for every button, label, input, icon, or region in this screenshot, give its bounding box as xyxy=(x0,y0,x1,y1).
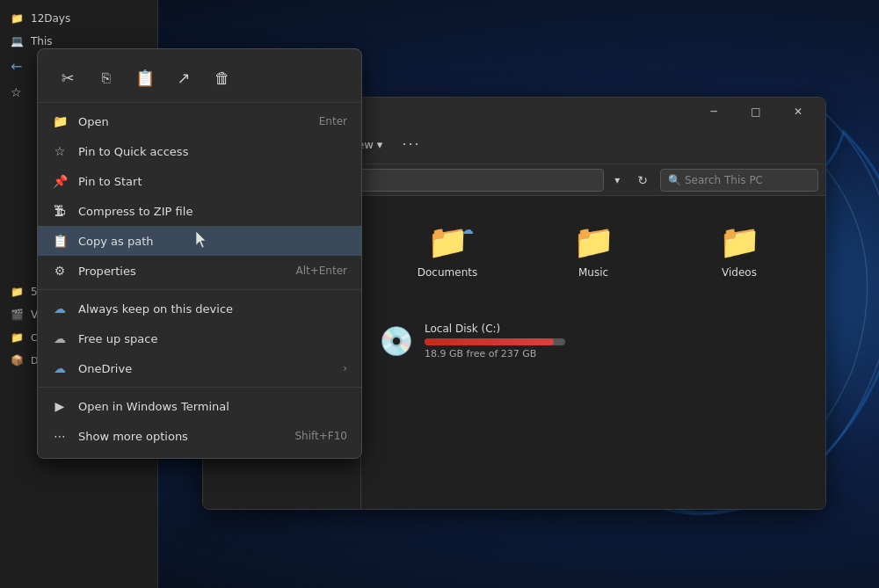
onedrive-arrow-icon: › xyxy=(343,362,347,374)
always-keep-icon: ☁ xyxy=(52,301,68,316)
videos-label: Videos xyxy=(722,266,757,279)
pin-start-label: Pin to Start xyxy=(78,175,142,188)
properties-label: Properties xyxy=(78,265,136,278)
open-shortcut: Enter xyxy=(319,115,347,127)
share-button[interactable]: ↗ xyxy=(168,62,200,93)
video-icon: 🎬 xyxy=(11,309,24,321)
show-more-shortcut: Shift+F10 xyxy=(294,430,347,442)
context-properties[interactable]: ⚙ Properties Alt+Enter xyxy=(38,256,361,286)
copy-icon: ⎘ xyxy=(102,69,111,86)
free-space-icon: ☁ xyxy=(52,330,68,346)
copy-path-icon: 📋 xyxy=(52,233,68,249)
file-item-music[interactable]: 📁 Music xyxy=(525,214,662,287)
disk-info: Local Disk (C:) 18.9 GB free of 237 GB xyxy=(425,323,565,359)
dropbox-icon: 📦 xyxy=(11,354,24,367)
onedrive-label: OneDrive xyxy=(78,362,132,375)
videos-folder-icon: 📁 xyxy=(719,222,760,261)
copy-path-label: Copy as path xyxy=(78,235,154,248)
properties-shortcut: Alt+Enter xyxy=(295,265,347,277)
pin-start-icon: 📌 xyxy=(52,173,68,189)
disk-icon: 💿 xyxy=(379,324,414,358)
cloud-overlay-icon: ☁ xyxy=(461,222,474,236)
more-label: ··· xyxy=(402,136,420,153)
sidebar-label-12days: 12Days xyxy=(31,12,70,25)
minimize-button[interactable]: ─ xyxy=(694,98,734,125)
cut-button[interactable]: ✂ xyxy=(52,62,84,93)
paste-icon: 📋 xyxy=(135,69,155,87)
file-item-videos[interactable]: 📁 Videos xyxy=(671,214,808,287)
music-label: Music xyxy=(578,266,608,279)
context-open[interactable]: 📁 Open Enter xyxy=(38,106,361,136)
show-more-icon: ⋯ xyxy=(52,428,68,444)
sidebar-label-this: This xyxy=(31,35,53,47)
open-terminal-label: Open in Windows Terminal xyxy=(78,400,229,413)
context-onedrive[interactable]: ☁ OneDrive › xyxy=(38,353,361,383)
copy-button[interactable]: ⎘ xyxy=(91,62,122,93)
delete-icon: 🗑 xyxy=(214,69,230,87)
disk-item[interactable]: 💿 Local Disk (C:) 18.9 GB free of 237 GB xyxy=(379,323,808,359)
context-open-terminal[interactable]: ▶ Open in Windows Terminal xyxy=(38,391,361,421)
file-item-documents[interactable]: 📁 ☁ Documents xyxy=(379,214,516,287)
maximize-button[interactable]: □ xyxy=(736,98,776,125)
cursor-pointer xyxy=(196,231,210,250)
folder-icon-12days: 📁 xyxy=(11,12,24,25)
always-keep-label: Always keep on this device xyxy=(78,302,233,316)
context-sep-2 xyxy=(38,387,361,388)
context-free-space[interactable]: ☁ Free up space xyxy=(38,323,361,353)
folder-icon-5ame: 📁 xyxy=(11,286,24,298)
paste-button[interactable]: 📋 xyxy=(129,62,161,93)
star-icon: ☆ xyxy=(11,85,22,99)
view-chevron-icon: ▾ xyxy=(377,138,383,151)
free-space-label: Free up space xyxy=(78,332,157,345)
onedrive-icon: ☁ xyxy=(52,360,68,376)
close-button[interactable]: ✕ xyxy=(778,98,818,125)
creative-icon: 📁 xyxy=(11,331,24,344)
terminal-icon: ▶ xyxy=(52,398,68,414)
open-icon: 📁 xyxy=(52,113,68,129)
context-menu: ✂ ⎘ 📋 ↗ 🗑 📁 Open Enter ☆ Pin to Quick ac… xyxy=(37,48,362,459)
properties-icon: ⚙ xyxy=(52,263,68,279)
context-always-keep[interactable]: ☁ Always keep on this device xyxy=(38,294,361,323)
address-dropdown-button[interactable]: ▾ xyxy=(609,171,625,190)
context-pin-start[interactable]: 📌 Pin to Start xyxy=(38,166,361,196)
pin-quick-label: Pin to Quick access xyxy=(78,145,188,158)
context-compress-zip[interactable]: 🗜 Compress to ZIP file xyxy=(38,196,361,226)
open-label: Open xyxy=(78,115,109,128)
context-copy-path[interactable]: 📋 Copy as path xyxy=(38,226,361,256)
computer-icon: 💻 xyxy=(11,35,24,47)
cut-icon: ✂ xyxy=(61,69,74,87)
more-button[interactable]: ··· xyxy=(395,132,427,157)
disk-progress-fill xyxy=(425,338,554,345)
disk-name: Local Disk (C:) xyxy=(425,323,565,335)
file-grid: 📁 ☁ Documents 📁 Music 📁 Videos xyxy=(361,196,825,509)
sidebar-item-12days[interactable]: 📁 12Days xyxy=(0,7,157,30)
search-placeholder: Search This PC xyxy=(685,174,763,186)
context-sep-1 xyxy=(38,289,361,290)
show-more-label: Show more options xyxy=(78,430,188,443)
refresh-button[interactable]: ↻ xyxy=(630,170,655,191)
disk-progress-bar xyxy=(425,338,565,345)
pin-quick-icon: ☆ xyxy=(52,143,68,159)
context-pin-quick[interactable]: ☆ Pin to Quick access xyxy=(38,136,361,166)
search-box[interactable]: 🔍 Search This PC xyxy=(660,169,818,192)
delete-button[interactable]: 🗑 xyxy=(207,62,238,93)
back-icon: ← xyxy=(11,58,22,75)
context-icon-row: ✂ ⎘ 📋 ↗ 🗑 xyxy=(38,56,361,103)
music-folder-icon: 📁 xyxy=(573,222,614,261)
documents-label: Documents xyxy=(418,266,477,279)
context-show-more[interactable]: ⋯ Show more options Shift+F10 xyxy=(38,421,361,451)
compress-label: Compress to ZIP file xyxy=(78,205,193,218)
search-icon: 🔍 xyxy=(668,174,681,186)
compress-icon: 🗜 xyxy=(52,203,68,219)
share-icon: ↗ xyxy=(177,69,190,87)
disk-free-space: 18.9 GB free of 237 GB xyxy=(425,348,565,359)
